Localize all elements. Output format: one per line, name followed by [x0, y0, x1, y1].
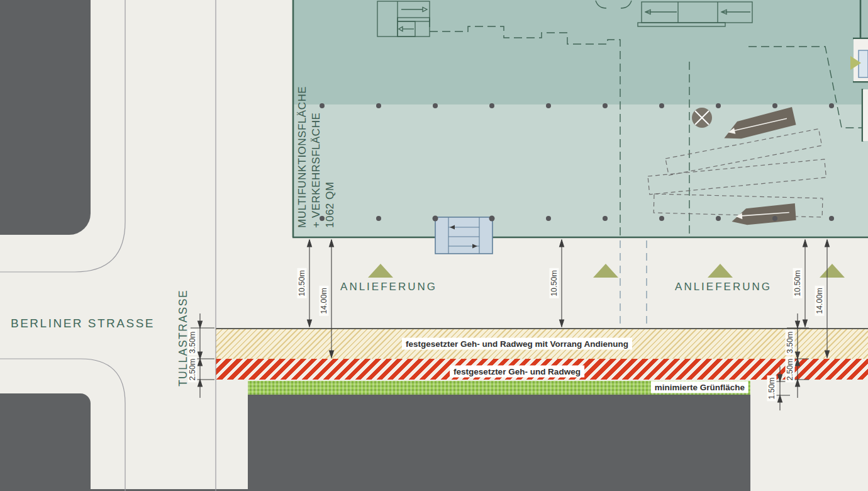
plan-linework [0, 0, 868, 491]
hall-area-label-line3: 1062 QM [323, 182, 337, 228]
delivery-label-right: ANLIEFERUNG [675, 281, 772, 293]
delivery-label-left: ANLIEFERUNG [340, 281, 437, 293]
strip-label-gruen: minimierte Grünfläche [651, 381, 748, 393]
dim-350-right: 3.50m [786, 330, 795, 356]
dim-1400-left: 14.00m [320, 286, 329, 316]
dim-1050-right: 10.50m [793, 268, 803, 298]
hall-area-label-line1: MULTIFUNKTIONSFLÄCHE [296, 86, 309, 228]
strip-label-radweg: festgesetzter Geh- und Radweg [450, 366, 584, 378]
site-plan: BERLINER STRASSE TULLASTRASSE MULTIFUNKT… [0, 0, 868, 491]
dim-1050-middle: 10.50m [550, 268, 559, 298]
street-curb-lines [0, 0, 216, 491]
dim-150-green: 1.50m [767, 376, 777, 402]
dim-1400-right: 14.00m [815, 286, 825, 316]
elevator-box [859, 50, 868, 77]
dashed-lane-lines [620, 240, 647, 326]
truck-path-outlines [648, 129, 826, 217]
dim-1050-left: 10.50m [298, 268, 307, 298]
dashed-zone-boundary [430, 19, 863, 238]
truck-icon [721, 107, 796, 226]
stair-landing [435, 217, 492, 254]
street-label-berliner: BERLINER STRASSE [11, 317, 155, 330]
door-swing-icon [596, 1, 632, 8]
column-circle-icon [692, 108, 712, 128]
strip-label-vorrang: festgesetzter Geh- und Radweg mit Vorran… [402, 338, 632, 350]
dim-350-left: 3.50m [188, 330, 198, 356]
delivery-arrow-icon [368, 264, 845, 278]
dim-250-left: 2.50m [188, 357, 198, 383]
escalator-block [596, 1, 752, 26]
hall-area-label-line2: + VERKEHRSFLÄCHE [309, 113, 323, 228]
stair-top-left [377, 1, 430, 37]
hall-notch-white-2 [863, 89, 868, 141]
dim-250-right: 2.50m [786, 357, 795, 383]
